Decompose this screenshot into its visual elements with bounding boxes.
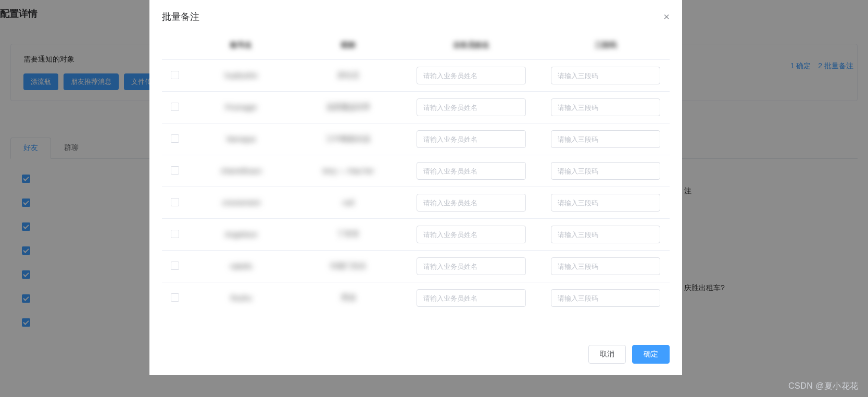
cell-account: nabefu xyxy=(230,262,253,270)
cell-nickname: 原生态 xyxy=(337,71,359,80)
cell-account: Nemajue xyxy=(227,135,256,143)
row-checkbox[interactable] xyxy=(171,293,179,302)
th-col1: 账号名 xyxy=(187,31,295,60)
input-three-segment-code[interactable] xyxy=(551,130,660,148)
cell-account: Promager xyxy=(225,103,257,111)
input-salesperson-name[interactable] xyxy=(417,257,526,275)
dialog-title: 批量备注 xyxy=(162,10,199,23)
th-col4: 三段码 xyxy=(541,31,670,60)
th-checkbox xyxy=(162,31,187,60)
confirm-button[interactable]: 确定 xyxy=(632,345,670,364)
input-three-segment-code[interactable] xyxy=(551,226,660,243)
dialog-header: 批量备注 × xyxy=(149,0,682,28)
row-checkbox[interactable] xyxy=(171,166,179,175)
cell-account: cmonement xyxy=(222,198,260,207)
cell-nickname: 丁零零 xyxy=(337,230,359,239)
cell-account: chamellcaun xyxy=(221,167,262,175)
table-row: hualiushin原生态 xyxy=(162,60,670,92)
input-salesperson-name[interactable] xyxy=(417,162,526,180)
row-checkbox[interactable] xyxy=(171,262,179,270)
input-three-segment-code[interactable] xyxy=(551,67,660,84)
table-header-row: 账号名 昵称 业务员姓名 三段码 xyxy=(162,31,670,60)
row-checkbox[interactable] xyxy=(171,230,179,238)
input-three-segment-code[interactable] xyxy=(551,289,660,307)
row-checkbox[interactable] xyxy=(171,198,179,206)
row-checkbox[interactable] xyxy=(171,103,179,111)
input-three-segment-code[interactable] xyxy=(551,98,660,116)
cell-account: Rushu xyxy=(231,294,251,302)
close-icon[interactable]: × xyxy=(663,11,670,22)
table-row: Nemajue江中帆船在远 xyxy=(162,123,670,155)
row-checkbox[interactable] xyxy=(171,134,179,143)
table-row: Rushu秀清 xyxy=(162,282,670,314)
cell-nickname: 秀清 xyxy=(341,293,356,303)
input-three-segment-code[interactable] xyxy=(551,162,660,180)
table-row: chamellcaunteny — Haa her xyxy=(162,155,670,187)
cancel-button[interactable]: 取消 xyxy=(588,345,626,364)
input-salesperson-name[interactable] xyxy=(417,226,526,243)
dialog-footer: 取消 确定 xyxy=(149,339,682,375)
table-row: Angelstun丁零零 xyxy=(162,219,670,251)
batch-remark-table: 账号名 昵称 业务员姓名 三段码 hualiushin原生态Promager温柔… xyxy=(162,31,670,314)
input-salesperson-name[interactable] xyxy=(417,67,526,84)
dialog-body: 账号名 昵称 业务员姓名 三段码 hualiushin原生态Promager温柔… xyxy=(149,28,682,339)
table-row: nabefu刘德门先生 xyxy=(162,251,670,282)
input-three-segment-code[interactable] xyxy=(551,257,660,275)
input-salesperson-name[interactable] xyxy=(417,289,526,307)
cell-account: hualiushin xyxy=(225,71,258,80)
cell-nickname: 江中帆船在远 xyxy=(326,134,370,144)
input-three-segment-code[interactable] xyxy=(551,194,660,212)
cell-nickname: 温柔覆盖世界 xyxy=(326,103,370,112)
batch-remark-dialog: 批量备注 × 账号名 昵称 业务员姓名 三段码 hualiushin原生态Pro… xyxy=(149,0,682,375)
cell-nickname: null xyxy=(343,198,354,207)
table-row: cmonementnull xyxy=(162,187,670,219)
input-salesperson-name[interactable] xyxy=(417,194,526,212)
th-col3: 业务员姓名 xyxy=(402,31,541,60)
table-row: Promager温柔覆盖世界 xyxy=(162,92,670,123)
row-checkbox[interactable] xyxy=(171,71,179,79)
cell-nickname: 刘德门先生 xyxy=(330,262,367,271)
input-salesperson-name[interactable] xyxy=(417,98,526,116)
th-col2: 昵称 xyxy=(295,31,402,60)
cell-nickname: teny — Haa her xyxy=(323,167,374,175)
cell-account: Angelstun xyxy=(225,230,257,239)
input-salesperson-name[interactable] xyxy=(417,130,526,148)
